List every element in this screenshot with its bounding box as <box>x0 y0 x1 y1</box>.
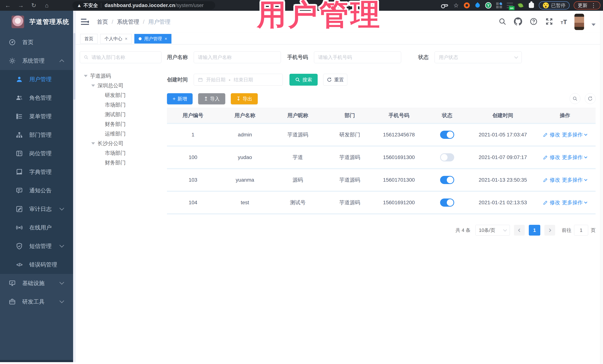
breadcrumb-system[interactable]: 系统管理 <box>117 18 139 26</box>
status-toggle[interactable] <box>440 131 454 139</box>
close-icon[interactable]: × <box>125 36 128 41</box>
page-scrollbar[interactable] <box>600 11 603 364</box>
app-logo-row[interactable]: 芋道管理系统 <box>0 11 73 33</box>
avatar-caret-icon[interactable] <box>591 23 596 26</box>
status-toggle[interactable] <box>440 176 454 184</box>
status-toggle[interactable] <box>440 199 454 207</box>
tree-caret-icon[interactable] <box>91 142 95 144</box>
edit-link[interactable]: 修改 <box>550 131 560 138</box>
sidebar-item-online-users[interactable]: 在线用户 <box>0 218 73 237</box>
tree-node[interactable]: 市场部门 <box>80 148 162 158</box>
sidebar-item-infrastructure[interactable]: 基础设施 <box>0 274 73 292</box>
close-icon[interactable]: × <box>164 36 167 41</box>
sidebar-item-dict-mgmt[interactable]: 字典管理 <box>0 163 73 181</box>
sidebar-item-role-mgmt[interactable]: 角色管理 <box>0 88 73 107</box>
more-actions-link[interactable]: 更多操作 <box>562 199 583 206</box>
browser-back-icon[interactable]: ← <box>3 1 13 10</box>
tree-node-label: 研发部门 <box>105 92 126 99</box>
tree-caret-icon[interactable] <box>84 75 88 77</box>
import-button[interactable]: ↥ 导入 <box>198 93 225 104</box>
font-size-icon[interactable]: TT <box>561 18 567 26</box>
hide-search-button[interactable] <box>570 93 580 104</box>
cell-created: 2021-01-07 09:07:17 <box>471 154 534 160</box>
browser-update-button[interactable]: 更新 ⋮ <box>574 1 600 10</box>
page-size-select[interactable]: 10条/页 <box>475 225 510 236</box>
sidebar-item-menu-mgmt[interactable]: 菜单管理 <box>0 107 73 126</box>
tree-node[interactable]: 深圳总公司 <box>80 81 162 90</box>
header-search-icon[interactable] <box>498 17 507 26</box>
sidebar-item-dept-mgmt[interactable]: 部门管理 <box>0 126 73 144</box>
sidebar-item-home[interactable]: 首页 <box>0 33 73 52</box>
sidebar-item-dev-tools[interactable]: 研发工具 <box>0 292 73 311</box>
sidebar-collapse-icon[interactable] <box>81 18 89 25</box>
sidebar-item-post-mgmt[interactable]: 岗位管理 <box>0 144 73 163</box>
address-bar[interactable]: ▲ 不安全 dashboard.yudao.iocoder.cn /system… <box>72 1 215 10</box>
extension-blue-drop-icon[interactable] <box>474 2 481 9</box>
extension-orange-ring-icon[interactable] <box>464 2 470 9</box>
add-button[interactable]: + 新增 <box>167 93 193 104</box>
goto-label: 前往 <box>562 227 571 233</box>
security-label[interactable]: 不安全 <box>83 2 98 9</box>
help-icon[interactable] <box>530 17 538 26</box>
search-button[interactable]: 搜索 <box>290 74 318 86</box>
extension-grid-icon[interactable] <box>496 2 502 9</box>
dept-search-box[interactable] <box>80 51 162 63</box>
profile-paused-button[interactable]: 已暂停 <box>539 1 570 10</box>
status-select[interactable]: 用户状态 <box>435 51 522 63</box>
cell-mobile: 15601691200 <box>375 200 423 206</box>
dept-search-input[interactable] <box>92 55 153 60</box>
sidebar-item-sms-mgmt[interactable]: 短信管理 <box>0 237 73 255</box>
extensions-puzzle-icon[interactable] <box>528 2 535 9</box>
tree-node[interactable]: 测试部门 <box>80 110 162 119</box>
mobile-field[interactable] <box>314 51 401 63</box>
more-actions-link[interactable]: 更多操作 <box>562 154 583 161</box>
bookmark-star-icon[interactable]: ☆ <box>453 2 459 9</box>
tree-node[interactable]: 研发部门 <box>80 90 162 100</box>
tag-home[interactable]: 首页 <box>80 34 98 44</box>
status-toggle[interactable] <box>440 153 454 161</box>
tag-profile[interactable]: 个人中心 × <box>100 34 132 44</box>
sidebar-item-error-code[interactable]: </> 错误码管理 <box>0 255 73 274</box>
next-page-button[interactable] <box>544 225 555 236</box>
extension-leaf-icon[interactable] <box>517 2 524 9</box>
github-icon[interactable] <box>514 17 522 26</box>
date-range-picker[interactable]: 开始日期 - 结束日期 <box>194 74 283 86</box>
username-input[interactable] <box>198 55 277 60</box>
tree-caret-icon[interactable] <box>91 85 95 87</box>
browser-home-icon[interactable]: ⌂ <box>42 1 52 10</box>
password-key-icon[interactable] <box>442 2 449 9</box>
tree-node[interactable]: 长沙分公司 <box>80 139 162 148</box>
browser-reload-icon[interactable]: ↻ <box>29 1 39 10</box>
sidebar-item-audit-log[interactable]: 审计日志 <box>0 200 73 218</box>
edit-link[interactable]: 修改 <box>550 154 560 161</box>
sidebar-item-user-mgmt[interactable]: 用户管理 <box>0 70 73 88</box>
tree-node[interactable]: 运维部门 <box>80 129 162 139</box>
mobile-input[interactable] <box>318 55 397 60</box>
current-page-button[interactable]: 1 <box>529 225 540 236</box>
reset-button[interactable]: 重置 <box>323 74 347 86</box>
sidebar-item-system[interactable]: 系统管理 <box>0 52 73 70</box>
more-actions-link[interactable]: 更多操作 <box>562 131 583 138</box>
user-avatar[interactable] <box>574 14 584 30</box>
goto-page-input[interactable] <box>574 225 588 236</box>
refresh-table-button[interactable] <box>585 93 596 104</box>
extension-switch-icon[interactable]: on <box>507 2 513 9</box>
browser-menu-icon[interactable]: ⋮ <box>591 2 596 9</box>
edit-link[interactable]: 修改 <box>550 176 560 184</box>
tree-node[interactable]: 财务部门 <box>80 119 162 129</box>
tree-node[interactable]: 市场部门 <box>80 100 162 110</box>
browser-forward-icon[interactable]: → <box>16 1 26 10</box>
export-button[interactable]: ↧ 导出 <box>231 93 258 104</box>
tree-node[interactable]: 财务部门 <box>80 158 162 167</box>
more-actions-link[interactable]: 更多操作 <box>562 176 583 184</box>
tree-node-root[interactable]: 芋道源码 <box>80 71 162 81</box>
edit-link[interactable]: 修改 <box>550 199 560 206</box>
sidebar-scrollbar[interactable] <box>73 11 76 362</box>
breadcrumb-home[interactable]: 首页 <box>97 18 108 26</box>
prev-page-button[interactable] <box>514 225 525 236</box>
username-field[interactable] <box>194 51 281 63</box>
fullscreen-icon[interactable] <box>545 17 553 26</box>
extension-green-y-icon[interactable]: Y <box>485 2 492 9</box>
tag-user-mgmt-active[interactable]: 用户管理 × <box>134 34 172 44</box>
sidebar-item-notice[interactable]: 通知公告 <box>0 181 73 200</box>
